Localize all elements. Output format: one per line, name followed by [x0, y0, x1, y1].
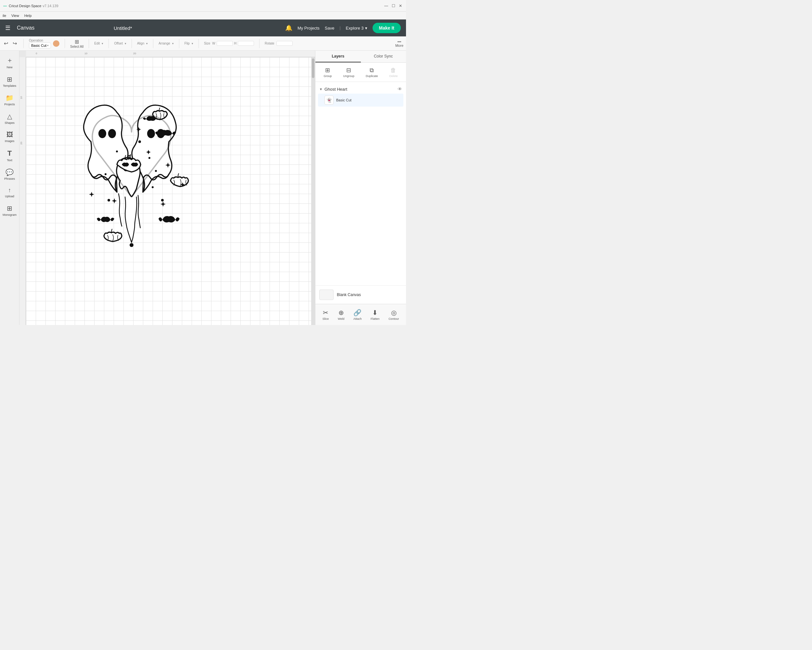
- tab-color-sync[interactable]: Color Sync: [361, 51, 406, 63]
- svg-point-15: [130, 243, 133, 247]
- blank-canvas-thumbnail: [319, 289, 334, 300]
- make-it-button[interactable]: Make It: [372, 23, 401, 33]
- slice-button[interactable]: ✂ Slice: [320, 307, 332, 322]
- color-swatch[interactable]: [53, 40, 60, 47]
- sidebar-item-new[interactable]: ＋ New: [1, 53, 19, 72]
- templates-icon: ⊞: [7, 75, 12, 83]
- rotate-input[interactable]: [276, 41, 293, 46]
- my-projects-link[interactable]: My Projects: [298, 26, 320, 31]
- group-button[interactable]: ⊞ Group: [321, 65, 334, 79]
- more-button[interactable]: ••• More: [395, 40, 403, 47]
- ruler-tick-v-20: 20: [20, 142, 23, 145]
- size-label: Size: [204, 41, 210, 45]
- toolbar-separator-9: [259, 39, 259, 48]
- weld-button[interactable]: ⊕ Weld: [335, 307, 347, 322]
- sidebar-item-phrases[interactable]: 💬 Phrases: [1, 166, 19, 183]
- images-icon: 🖼: [6, 131, 13, 138]
- edit-dropdown[interactable]: ▾: [102, 42, 103, 45]
- right-panel-tabs: Layers Color Sync: [315, 51, 406, 63]
- attach-icon: 🔗: [353, 309, 362, 317]
- delete-button[interactable]: 🗑 Delete: [386, 66, 400, 79]
- right-panel: Layers Color Sync ⊞ Group ⊟ Ungroup ⧉ Du…: [315, 51, 406, 325]
- sidebar-item-images[interactable]: 🖼 Images: [1, 128, 19, 145]
- flip-dropdown[interactable]: ▾: [192, 42, 193, 45]
- svg-point-10: [148, 157, 150, 159]
- svg-point-13: [105, 173, 107, 175]
- layers-list: ▼ Ghost Heart 👁 👻 Basic Cut: [315, 82, 406, 285]
- attach-button[interactable]: 🔗 Attach: [351, 307, 365, 322]
- operation-dropdown[interactable]: Basic Cut ▾: [29, 43, 51, 49]
- contour-button[interactable]: ◎ Contour: [386, 307, 401, 322]
- delete-icon: 🗑: [391, 67, 396, 74]
- operation-group: Operation Basic Cut ▾: [29, 39, 60, 49]
- svg-point-8: [107, 199, 110, 202]
- svg-point-14: [155, 170, 157, 172]
- header-separator: |: [339, 26, 340, 30]
- menu-view[interactable]: View: [11, 14, 19, 18]
- monogram-icon: ⊞: [7, 205, 12, 212]
- w-label: W: [212, 41, 215, 45]
- header: ☰ Canvas Untitled* 🔔 My Projects Save | …: [0, 20, 406, 37]
- tab-layers[interactable]: Layers: [315, 51, 361, 63]
- upload-icon: ↑: [8, 187, 11, 194]
- canvas-grid[interactable]: [26, 57, 315, 325]
- slice-icon: ✂: [323, 309, 328, 317]
- menu-help[interactable]: Help: [24, 14, 32, 18]
- duplicate-button[interactable]: ⧉ Duplicate: [363, 66, 381, 79]
- close-button[interactable]: ✕: [398, 3, 403, 8]
- header-actions: 🔔 My Projects Save | Explore 3 ▾ Make It: [285, 23, 401, 33]
- h-label: H: [234, 41, 237, 45]
- width-input[interactable]: [217, 41, 233, 46]
- group-icon: ⊞: [325, 67, 330, 74]
- sidebar-item-text[interactable]: T Text: [1, 147, 19, 164]
- save-button[interactable]: Save: [325, 26, 334, 31]
- maximize-button[interactable]: ☐: [391, 3, 395, 8]
- canvas-area[interactable]: 0 10 20 10 20: [20, 51, 315, 325]
- sidebar-item-templates[interactable]: ⊞ Templates: [1, 73, 19, 90]
- app-logo: —: [3, 4, 7, 8]
- shapes-icon: △: [7, 112, 12, 120]
- sidebar-item-upload[interactable]: ↑ Upload: [1, 184, 19, 200]
- left-sidebar: ＋ New ⊞ Templates 📁 Projects △ Shapes 🖼 …: [0, 51, 20, 325]
- canvas-scrollbar[interactable]: [311, 57, 315, 325]
- ruler-tick-10: 10: [84, 52, 87, 55]
- toolbar-separator-1: [23, 39, 24, 48]
- svg-point-0: [98, 129, 106, 138]
- sidebar-item-shapes[interactable]: △ Shapes: [1, 110, 19, 127]
- svg-point-12: [152, 186, 154, 188]
- flip-label: Flip: [185, 41, 190, 45]
- duplicate-icon: ⧉: [369, 67, 374, 74]
- offset-dropdown[interactable]: ▾: [125, 42, 126, 45]
- visibility-toggle[interactable]: 👁: [398, 86, 402, 92]
- undo-button[interactable]: ↩: [3, 39, 9, 48]
- sidebar-item-projects[interactable]: 📁 Projects: [1, 91, 19, 109]
- bottom-action-bar: ✂ Slice ⊕ Weld 🔗 Attach ⬇ Flatten ◎ Cont…: [315, 304, 406, 325]
- arrange-dropdown[interactable]: ▾: [172, 42, 174, 45]
- ungroup-button[interactable]: ⊟ Ungroup: [340, 65, 357, 79]
- offset-group: Offset ▾: [114, 41, 126, 45]
- undo-redo-group: ↩ ↪: [3, 39, 18, 48]
- sidebar-item-monogram[interactable]: ⊞ Monogram: [1, 202, 19, 219]
- menu-file[interactable]: ile: [3, 14, 6, 18]
- weld-icon: ⊕: [339, 309, 344, 317]
- layer-group-ghost-heart[interactable]: ▼ Ghost Heart 👁: [318, 84, 403, 93]
- size-group: Size W H: [204, 41, 254, 46]
- align-dropdown[interactable]: ▾: [146, 42, 148, 45]
- svg-point-6: [138, 141, 141, 143]
- toolbar-separator-6: [153, 39, 153, 48]
- layer-item-basic-cut[interactable]: 👻 Basic Cut: [318, 93, 403, 107]
- minimize-button[interactable]: —: [384, 3, 388, 8]
- arrange-label: Arrange: [159, 41, 170, 45]
- align-label: Align: [137, 41, 144, 45]
- select-all-button[interactable]: ⊞ Select All: [70, 39, 84, 49]
- blank-canvas-area[interactable]: Blank Canvas: [315, 285, 406, 304]
- height-input[interactable]: [238, 41, 254, 46]
- canvas-artwork[interactable]: [52, 77, 211, 259]
- flatten-button[interactable]: ⬇ Flatten: [368, 307, 382, 322]
- hamburger-menu[interactable]: ☰: [5, 24, 11, 32]
- redo-button[interactable]: ↪: [11, 39, 18, 48]
- notifications-bell[interactable]: 🔔: [285, 24, 292, 32]
- scroll-thumb[interactable]: [312, 58, 314, 78]
- contour-icon: ◎: [391, 309, 397, 317]
- explore-button[interactable]: Explore 3 ▾: [346, 26, 367, 31]
